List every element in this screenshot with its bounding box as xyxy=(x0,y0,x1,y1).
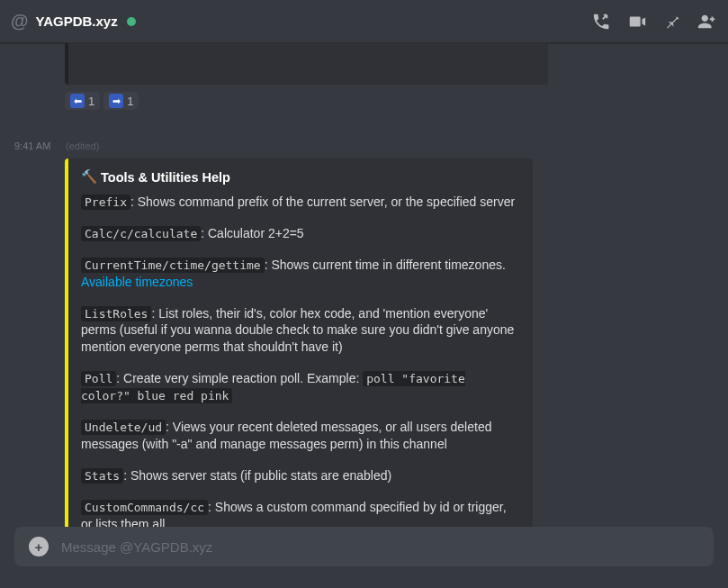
cmd-prefix: Prefix: Shows command prefix of the curr… xyxy=(81,194,518,211)
message-input[interactable] xyxy=(61,539,699,555)
cmd-stats: Stats: Shows server stats (if public sta… xyxy=(81,467,518,484)
reaction-count: 1 xyxy=(88,95,94,108)
cmd-desc: : Shows command prefix of the current se… xyxy=(130,194,515,209)
pin-icon[interactable] xyxy=(663,13,681,31)
message-input-box[interactable]: + xyxy=(14,527,714,566)
reaction-next[interactable]: ➡ 1 xyxy=(103,92,139,110)
channel-title: YAGPDB.xyz xyxy=(36,14,118,29)
reaction-prev[interactable]: ⬅ 1 xyxy=(65,92,100,110)
cmd-desc: : Shows current time in different timezo… xyxy=(265,258,506,272)
edited-label: (edited) xyxy=(66,140,99,151)
cmd-customcommands: CustomCommands/cc: Shows a custom comman… xyxy=(81,499,518,527)
hammer-icon: 🔨 xyxy=(81,169,97,185)
header-bar: @ YAGPDB.xyz xyxy=(0,0,728,43)
cmd-name: Prefix xyxy=(81,194,130,210)
cmd-desc: : Calculator 2+2=5 xyxy=(201,226,303,240)
input-area: + xyxy=(0,527,728,588)
cmd-currenttime: CurrentTime/ctime/gettime: Shows current… xyxy=(81,257,518,291)
message-timestamp: 9:41 AM xyxy=(14,140,50,151)
call-icon[interactable] xyxy=(591,12,611,32)
cmd-calc: Calc/c/calculate: Calculator 2+2=5 xyxy=(81,225,518,242)
add-friend-icon[interactable] xyxy=(697,12,717,32)
reactions-row: ⬅ 1 ➡ 1 xyxy=(65,92,139,110)
cmd-name: ListRoles xyxy=(81,306,151,321)
cmd-desc: : Shows server stats (if public stats ar… xyxy=(123,468,391,483)
cmd-undelete: Undelete/ud: Views your recent deleted m… xyxy=(81,419,518,453)
header-actions xyxy=(591,12,717,32)
arrow-right-icon: ➡ xyxy=(109,94,123,108)
cmd-name: CustomCommands/cc xyxy=(81,500,208,515)
cmd-name: Poll xyxy=(81,371,116,386)
attach-icon[interactable]: + xyxy=(29,537,49,556)
message-area: ⬅ 1 ➡ 1 9:41 AM (edited) 🔨 Tools & Utili… xyxy=(0,43,728,527)
arrow-left-icon: ⬅ xyxy=(70,94,85,108)
cmd-poll: Poll: Create very simple reaction poll. … xyxy=(81,370,518,404)
cmd-name: Undelete/ud xyxy=(81,420,166,435)
cmd-listroles: ListRoles: List roles, their id's, color… xyxy=(81,305,518,357)
embed-title-text: Tools & Utilities Help xyxy=(101,170,230,185)
at-icon: @ xyxy=(11,11,29,32)
cmd-name: Calc/c/calculate xyxy=(81,226,201,241)
cmd-name: Stats xyxy=(81,468,123,484)
previous-embed-stub xyxy=(65,43,548,85)
video-icon[interactable] xyxy=(627,12,647,32)
help-embed: 🔨 Tools & Utilities Help Prefix: Shows c… xyxy=(65,158,533,527)
cmd-name: CurrentTime/ctime/gettime xyxy=(81,258,265,273)
cmd-desc: : Create very simple reaction poll. Exam… xyxy=(116,371,363,385)
embed-title: 🔨 Tools & Utilities Help xyxy=(81,169,518,185)
timezones-link[interactable]: Available timezones xyxy=(81,275,193,289)
status-online-icon xyxy=(127,17,136,26)
header-left: @ YAGPDB.xyz xyxy=(11,11,136,32)
reaction-count: 1 xyxy=(127,95,133,108)
